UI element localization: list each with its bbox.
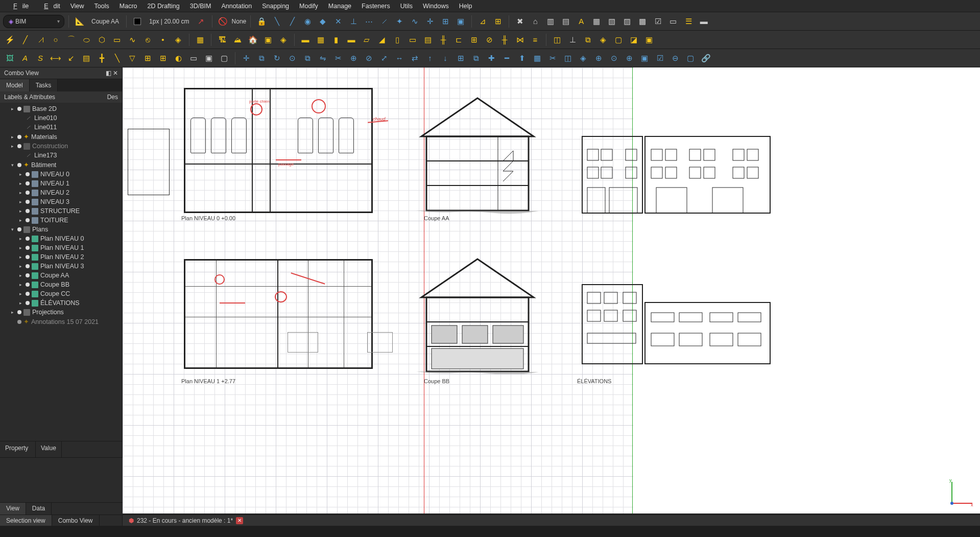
tree-plan-n1[interactable]: ▸Plan NIVEAU 1 bbox=[0, 243, 122, 252]
cut-icon[interactable]: ✂ bbox=[546, 52, 559, 65]
tab-view[interactable]: View bbox=[0, 503, 26, 515]
add-icon[interactable]: ✚ bbox=[485, 52, 498, 65]
curtainwall-icon[interactable]: ▦ bbox=[314, 33, 327, 46]
label-icon[interactable]: ▤ bbox=[80, 52, 93, 65]
snap-workplane-icon[interactable]: ▣ bbox=[454, 15, 467, 28]
props-icon[interactable]: ▬ bbox=[697, 15, 710, 28]
mesh-icon[interactable]: ◈ bbox=[577, 52, 590, 65]
path-array-icon[interactable]: ⧉ bbox=[469, 52, 483, 65]
tree-line173[interactable]: ⟋Line173 bbox=[0, 151, 122, 160]
close-icon[interactable]: ✕ bbox=[236, 517, 243, 524]
shapebuilder-icon[interactable]: ◪ bbox=[627, 33, 640, 46]
snap-midpoint-icon[interactable]: ╱ bbox=[285, 15, 299, 28]
tree-coupe-cc[interactable]: ▸Coupe CC bbox=[0, 289, 122, 298]
menu-fasteners[interactable]: Fasteners bbox=[356, 2, 395, 11]
equipment-icon[interactable]: ◈ bbox=[596, 33, 610, 46]
classify-icon[interactable]: ☑ bbox=[651, 15, 664, 28]
shapestring-icon[interactable]: S bbox=[34, 52, 47, 65]
sketch-icon[interactable]: ⚡ bbox=[3, 33, 16, 46]
axis-icon[interactable]: ╋ bbox=[95, 52, 108, 65]
text-icon[interactable]: A bbox=[18, 52, 32, 65]
tree-annotations[interactable]: ✦Annotations 15 07 2021 bbox=[0, 317, 122, 326]
compound-icon[interactable]: ▣ bbox=[638, 52, 651, 65]
clone2-icon[interactable]: ⧉ bbox=[301, 52, 314, 65]
snap-perpendicular-icon[interactable]: ⊥ bbox=[347, 15, 360, 28]
ellipse-icon[interactable]: ⬭ bbox=[80, 33, 93, 46]
polygon-icon[interactable]: ⬡ bbox=[95, 33, 108, 46]
join-icon[interactable]: ⊕ bbox=[347, 52, 360, 65]
image-icon[interactable]: 🖼 bbox=[3, 52, 16, 65]
panel-controls[interactable]: ◧ ✕ bbox=[106, 69, 118, 77]
point-icon[interactable]: • bbox=[156, 33, 170, 46]
snap-near-icon[interactable]: ∿ bbox=[408, 15, 421, 28]
3d-view-canvas[interactable]: Plan NIVEAU 0 +0.00 chaud passage porte … bbox=[123, 67, 980, 513]
scale-icon[interactable]: ⤢ bbox=[377, 52, 391, 65]
library-icon[interactable]: ▣ bbox=[642, 33, 656, 46]
linestyle-swatch[interactable] bbox=[131, 15, 144, 28]
style-label[interactable]: None bbox=[232, 18, 247, 25]
menu-utils[interactable]: Utils bbox=[395, 2, 418, 11]
tab-tasks[interactable]: Tasks bbox=[30, 79, 58, 91]
level-icon[interactable]: ▣ bbox=[261, 33, 275, 46]
snap-endpoint-icon[interactable]: ╲ bbox=[270, 15, 283, 28]
tree-niveau1[interactable]: ▸NIVEAU 1 bbox=[0, 179, 122, 188]
doc-icon[interactable]: ▭ bbox=[666, 15, 680, 28]
style-tool-icon[interactable]: ↗ bbox=[195, 15, 208, 28]
panel-icon[interactable]: ▦ bbox=[531, 52, 544, 65]
tree-plan-n3[interactable]: ▸Plan NIVEAU 3 bbox=[0, 262, 122, 271]
clone-icon[interactable]: ⧉ bbox=[581, 33, 594, 46]
text-tool-icon[interactable]: A bbox=[575, 15, 588, 28]
menu-annotation[interactable]: Annotation bbox=[216, 2, 257, 11]
menu-manage[interactable]: Manage bbox=[323, 2, 356, 11]
pipe-icon[interactable]: ⊘ bbox=[483, 33, 496, 46]
hatch-icon[interactable]: ▦ bbox=[194, 33, 207, 46]
tree-plan-n0[interactable]: ▸Plan NIVEAU 0 bbox=[0, 234, 122, 243]
leader-icon[interactable]: ↙ bbox=[64, 52, 78, 65]
toggle-grid-icon[interactable]: ⊞ bbox=[491, 15, 505, 28]
page-icon[interactable]: ▢ bbox=[218, 52, 231, 65]
roof-icon[interactable]: ◢ bbox=[375, 33, 389, 46]
axis-system-icon[interactable]: ⊞ bbox=[141, 52, 154, 65]
site-icon[interactable]: ⛰ bbox=[231, 33, 244, 46]
building-icon[interactable]: 🏠 bbox=[246, 33, 259, 46]
boolean-icon[interactable]: ⊙ bbox=[607, 52, 620, 65]
snap-grid-icon[interactable]: ⊞ bbox=[439, 15, 452, 28]
facebinder-icon[interactable]: ◈ bbox=[172, 33, 185, 46]
mirror-icon[interactable]: ⇋ bbox=[316, 52, 329, 65]
fence-icon[interactable]: ╫ bbox=[498, 33, 511, 46]
tree-line011[interactable]: ⟋Line011 bbox=[0, 123, 122, 132]
component-icon[interactable]: ◫ bbox=[551, 33, 564, 46]
menu-modify[interactable]: Modify bbox=[294, 2, 323, 11]
document-tab[interactable]: ⬢ 232 - En cours - ancien modèle : 1* ✕ bbox=[126, 516, 246, 525]
tab-combo-view[interactable]: Combo View bbox=[52, 515, 100, 526]
tree-plans[interactable]: ▾Plans bbox=[0, 225, 122, 234]
remove-icon[interactable]: ━ bbox=[500, 52, 513, 65]
workplane-label[interactable]: Coupe AA bbox=[88, 18, 122, 25]
menu-drafting[interactable]: 2D Drafting bbox=[142, 2, 185, 11]
rotate-icon[interactable]: ↻ bbox=[270, 52, 283, 65]
space-icon[interactable]: ◈ bbox=[277, 33, 290, 46]
tree-toiture[interactable]: ▸TOITURE bbox=[0, 216, 122, 225]
level-mark-icon[interactable]: ▽ bbox=[126, 52, 139, 65]
tree-structure[interactable]: ▸STRUCTURE bbox=[0, 206, 122, 216]
tree-elevations[interactable]: ▸ÉLÉVATIONS bbox=[0, 298, 122, 308]
chart-icon[interactable]: ▨ bbox=[620, 15, 634, 28]
menu-3dbim[interactable]: 3D/BIM bbox=[185, 2, 217, 11]
workplane-icon[interactable]: 📐 bbox=[73, 15, 86, 28]
snap-special-icon[interactable]: ✦ bbox=[393, 15, 406, 28]
stretch-icon[interactable]: ↔ bbox=[393, 52, 406, 65]
model-tree[interactable]: ▸Base 2D ⟋Line010 ⟋Line011 ▸✦Materials ▸… bbox=[0, 103, 122, 441]
link-icon[interactable]: 🔗 bbox=[699, 52, 712, 65]
tab-model[interactable]: Model bbox=[0, 79, 30, 91]
menu-macro[interactable]: Macro bbox=[114, 2, 142, 11]
menu-help[interactable]: Help bbox=[454, 2, 477, 11]
snap-extension-icon[interactable]: ⋯ bbox=[362, 15, 375, 28]
lock-icon[interactable]: 🔒 bbox=[255, 15, 268, 28]
ifc-icon[interactable]: ▩ bbox=[636, 15, 649, 28]
copy-icon[interactable]: ⧉ bbox=[255, 52, 268, 65]
trim-icon[interactable]: ✂ bbox=[331, 52, 345, 65]
truss-icon[interactable]: ⋈ bbox=[513, 33, 527, 46]
menu-edit[interactable]: Edit bbox=[34, 2, 65, 11]
polyline-icon[interactable]: ⩘ bbox=[34, 33, 47, 46]
railing-icon[interactable]: ╫ bbox=[437, 33, 450, 46]
